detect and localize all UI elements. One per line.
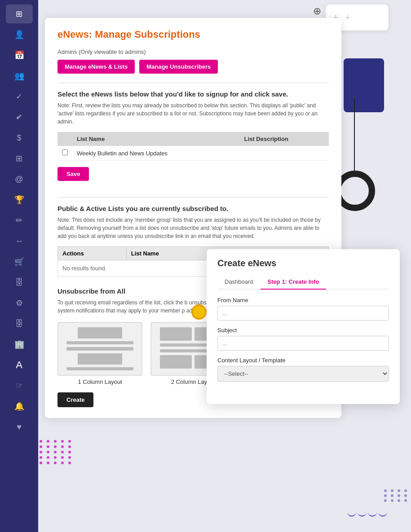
- sidebar-item-user[interactable]: 👤: [6, 25, 33, 44]
- sub-header-list-name: List Name: [126, 247, 209, 260]
- row-list-name: Weekly Bulletin and News Updates: [72, 146, 240, 161]
- tab-dashboard[interactable]: Dashboard: [217, 275, 261, 290]
- layout-card-1col[interactable]: 1 Column Layout: [57, 322, 142, 385]
- sidebar-item-at[interactable]: @: [6, 170, 33, 189]
- decorative-dots-left: [40, 440, 73, 464]
- sidebar-item-db2[interactable]: 🗄: [6, 314, 33, 333]
- page-title: eNews: Manage Subscriptions: [57, 29, 329, 40]
- header-checkbox-col: [57, 132, 72, 146]
- thumb-block: [78, 327, 122, 339]
- admins-label: Admins (Only viewable to admins): [57, 48, 329, 55]
- layout-1col-label: 1 Column Layout: [57, 378, 142, 385]
- from-name-input[interactable]: [217, 306, 389, 321]
- modal-tabs: Dashboard Step 1: Create Info: [217, 275, 389, 290]
- bg-arrow-line: [354, 99, 355, 171]
- sidebar-item-grid[interactable]: ⊞: [6, 4, 33, 23]
- sidebar-item-pointer[interactable]: ☞: [6, 376, 33, 395]
- modal-body: From Name Subject Content Layout / Templ…: [207, 290, 400, 395]
- enews-list-table: List Name List Description Weekly Bullet…: [57, 132, 329, 161]
- sub-header-actions: Actions: [58, 247, 127, 260]
- manage-enews-button[interactable]: Manage eNews & Lists: [57, 60, 135, 74]
- sidebar-item-admin[interactable]: A: [6, 356, 33, 374]
- list-checkbox[interactable]: [62, 149, 68, 155]
- manage-unsub-button[interactable]: Manage Unsubscribers: [139, 60, 218, 74]
- sidebar-item-heart[interactable]: ♥: [6, 418, 33, 436]
- select-note: Note: First, review the lists you may al…: [57, 101, 329, 126]
- create-button[interactable]: Create: [57, 392, 93, 407]
- public-section-title: Public & Active Lists you are currently …: [57, 205, 329, 212]
- sidebar-item-tool[interactable]: ↔: [6, 232, 33, 251]
- create-enews-modal: Create eNews Dashboard Step 1: Create In…: [207, 249, 400, 404]
- content-layout-select[interactable]: --Select--: [217, 366, 389, 382]
- tab-step1[interactable]: Step 1: Create Info: [261, 275, 327, 290]
- thumb-block: [66, 341, 133, 344]
- col2-cell: [160, 327, 192, 341]
- content-layout-group: Content Layout / Template --Select--: [217, 357, 389, 382]
- header-list-desc: List Description: [240, 132, 329, 146]
- select-section-title: Select the eNews lists below that you'd …: [57, 90, 329, 98]
- sidebar-item-cart[interactable]: 🛒: [6, 252, 33, 271]
- wave-decoration: [347, 508, 389, 519]
- divider-1: [57, 83, 329, 83]
- save-button[interactable]: Save: [57, 167, 89, 181]
- sidebar-item-group[interactable]: 👥: [6, 66, 33, 85]
- subject-input[interactable]: [217, 336, 389, 351]
- divider-2: [57, 197, 329, 198]
- sidebar-item-settings[interactable]: ⚙: [6, 294, 33, 312]
- subject-group: Subject: [217, 327, 389, 351]
- crosshair-icon: ⊕: [313, 5, 321, 17]
- from-name-group: From Name: [217, 297, 389, 321]
- layout-thumb-1col: [57, 322, 142, 376]
- thumb-block: [66, 367, 133, 370]
- yellow-dot-indicator: [191, 304, 207, 320]
- sidebar: ⊞ 👤 📅 👥 ✓ ✔ $ ⊞ @ 🏆 ✏ ↔ 🛒 🗄 ⚙ 🗄 🏢 A ☞ 🔔 …: [0, 0, 38, 532]
- subject-label: Subject: [217, 327, 389, 334]
- header-list-name: List Name: [72, 132, 240, 146]
- sidebar-item-calendar[interactable]: 📅: [6, 46, 33, 65]
- thumb-block: [78, 353, 122, 365]
- sidebar-item-check2[interactable]: ✔: [6, 108, 33, 127]
- content-layout-label: Content Layout / Template: [217, 357, 389, 364]
- from-name-label: From Name: [217, 297, 389, 303]
- sidebar-item-trophy[interactable]: 🏆: [6, 190, 33, 209]
- table-row: Weekly Bulletin and News Updates: [57, 146, 329, 161]
- public-note: Note: This does not include any 'member …: [57, 216, 329, 240]
- modal-header: Create eNews Dashboard Step 1: Create In…: [207, 249, 400, 290]
- sidebar-item-building[interactable]: 🏢: [6, 335, 33, 354]
- sidebar-item-database[interactable]: 🗄: [6, 273, 33, 292]
- bg-navy-block: [344, 58, 384, 112]
- sidebar-item-check[interactable]: ✓: [6, 87, 33, 106]
- decorative-dots-right: [384, 489, 409, 502]
- plus-icon-2: +: [345, 12, 351, 23]
- sidebar-item-dollar[interactable]: $: [6, 128, 33, 147]
- thumb-block: [66, 347, 133, 350]
- admin-buttons: Manage eNews & Lists Manage Unsubscriber…: [57, 60, 329, 74]
- row-list-desc: [240, 146, 329, 161]
- sidebar-item-table[interactable]: ⊞: [6, 149, 33, 168]
- sidebar-item-bell[interactable]: 🔔: [6, 397, 33, 416]
- col2-cell: [160, 355, 192, 369]
- modal-title: Create eNews: [217, 258, 389, 268]
- sidebar-item-edit[interactable]: ✏: [6, 211, 33, 230]
